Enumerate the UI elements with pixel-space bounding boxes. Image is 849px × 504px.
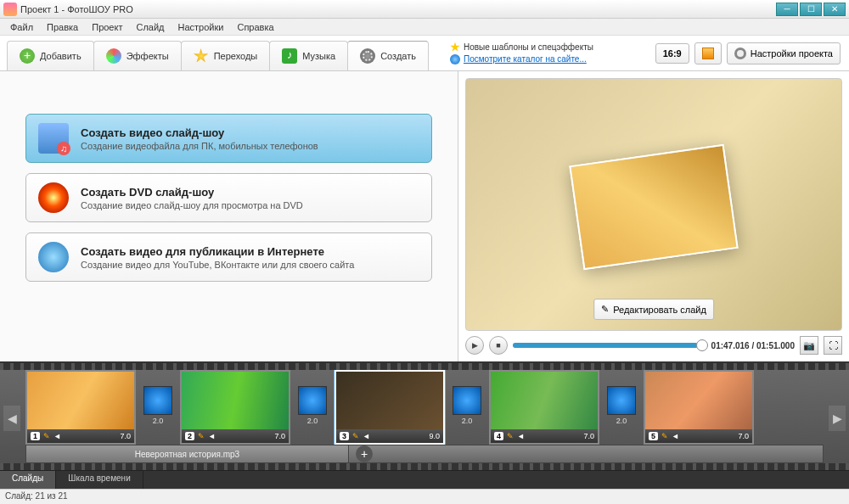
catalog-link[interactable]: Посмотрите каталог на сайте... bbox=[464, 54, 587, 64]
edit-icon[interactable]: ✎ bbox=[661, 432, 668, 440]
stop-button[interactable]: ■ bbox=[489, 336, 508, 355]
star-icon bbox=[450, 42, 460, 53]
film-strip-top bbox=[0, 363, 849, 370]
timeline-prev-button[interactable]: ◀ bbox=[3, 406, 20, 431]
theme-icon bbox=[702, 48, 714, 59]
slide-duration: 9.0 bbox=[429, 432, 440, 440]
tab-label: Переходы bbox=[214, 51, 258, 61]
tab-add[interactable]: Добавить bbox=[7, 41, 94, 70]
transition-thumb[interactable]: 2.0 bbox=[297, 386, 328, 428]
edit-icon[interactable]: ✎ bbox=[507, 432, 514, 440]
menu-Справка[interactable]: Справка bbox=[230, 20, 280, 34]
slide-bar: 3✎◄9.0 bbox=[336, 429, 443, 443]
notice-templates: Новые шаблоны и спецэффекты bbox=[464, 42, 593, 52]
transition-thumb[interactable]: 2.0 bbox=[452, 386, 482, 428]
option-dvd[interactable]: Создать DVD слайд-шоуСоздание видео слай… bbox=[25, 173, 432, 222]
main-area: Создать видео слайд-шоуСоздание видеофай… bbox=[0, 71, 849, 361]
project-settings-button[interactable]: Настройки проекта bbox=[727, 42, 841, 64]
slide-thumb[interactable]: 2✎◄7.0 bbox=[180, 370, 290, 445]
create-icon bbox=[360, 48, 375, 64]
option-video[interactable]: Создать видео слайд-шоуСоздание видеофай… bbox=[25, 114, 432, 163]
slide-thumb[interactable]: 3✎◄9.0 bbox=[335, 370, 445, 445]
sound-icon: ◄ bbox=[53, 432, 61, 440]
theme-button[interactable] bbox=[694, 42, 722, 64]
menu-Файл[interactable]: Файл bbox=[3, 20, 40, 34]
menu-Проект[interactable]: Проект bbox=[85, 20, 129, 34]
option-text: Создать DVD слайд-шоуСоздание видео слай… bbox=[81, 186, 303, 210]
transition-icon bbox=[453, 386, 481, 415]
view-tab-0[interactable]: Слайды bbox=[0, 471, 56, 489]
close-button[interactable]: ✕ bbox=[824, 3, 846, 16]
slide-image bbox=[182, 372, 289, 429]
slide-thumb[interactable]: 1✎◄7.0 bbox=[25, 370, 136, 445]
edit-icon[interactable]: ✎ bbox=[43, 432, 50, 440]
titlebar: Проект 1 - ФотоШОУ PRO ─ ☐ ✕ bbox=[0, 0, 849, 19]
slide-number: 3 bbox=[340, 432, 349, 440]
tab-label: Добавить bbox=[40, 51, 82, 61]
option-text: Создать видео для публикации в Интернете… bbox=[81, 245, 354, 270]
edit-slide-label: Редактировать слайд bbox=[613, 305, 706, 315]
menu-Слайд[interactable]: Слайд bbox=[129, 20, 171, 34]
tab-star[interactable]: Переходы bbox=[181, 41, 271, 70]
slide-image bbox=[336, 372, 443, 429]
snapshot-button[interactable]: 📷 bbox=[800, 336, 818, 355]
aspect-ratio-button[interactable]: 16:9 bbox=[655, 43, 689, 64]
transition-duration: 2.0 bbox=[307, 417, 318, 425]
slide-image bbox=[645, 372, 752, 429]
web-icon bbox=[38, 242, 69, 272]
view-tab-1[interactable]: Шкала времени bbox=[56, 471, 143, 489]
slide-bar: 1✎◄7.0 bbox=[27, 429, 134, 443]
right-toolbar: Новые шаблоны и спецэффекты Посмотрите к… bbox=[435, 36, 849, 70]
maximize-button[interactable]: ☐ bbox=[800, 3, 822, 16]
sound-icon: ◄ bbox=[517, 432, 525, 440]
add-audio-button[interactable]: + bbox=[356, 445, 373, 462]
playback-controls: ▶ ■ 01:47.016 / 01:51.000 📷 ⛶ bbox=[465, 331, 842, 355]
edit-slide-button[interactable]: ✎ Редактировать слайд bbox=[593, 299, 714, 320]
sound-icon: ◄ bbox=[363, 432, 370, 440]
edit-icon[interactable]: ✎ bbox=[198, 432, 205, 440]
tab-music[interactable]: Музыка bbox=[269, 41, 348, 70]
gear-icon bbox=[734, 48, 746, 59]
tab-fx[interactable]: Эффекты bbox=[93, 41, 182, 70]
music-icon bbox=[282, 48, 297, 64]
edit-icon[interactable]: ✎ bbox=[352, 432, 359, 440]
tab-create[interactable]: Создать bbox=[347, 41, 429, 70]
window-controls: ─ ☐ ✕ bbox=[776, 3, 846, 16]
menu-Настройки[interactable]: Настройки bbox=[171, 20, 231, 34]
settings-label: Настройки проекта bbox=[751, 48, 833, 59]
star-icon bbox=[194, 48, 209, 64]
sound-icon: ◄ bbox=[208, 432, 216, 440]
transition-duration: 2.0 bbox=[462, 417, 473, 425]
create-panel: Создать видео слайд-шоуСоздание видеофай… bbox=[0, 71, 458, 361]
app-icon bbox=[3, 3, 17, 16]
slide-duration: 7.0 bbox=[583, 432, 594, 440]
slide-duration: 7.0 bbox=[120, 432, 131, 440]
slide-number: 2 bbox=[185, 432, 194, 440]
add-icon bbox=[20, 48, 35, 64]
transition-thumb[interactable]: 2.0 bbox=[606, 386, 637, 428]
audio-file[interactable]: Невероятная история.mp3 bbox=[26, 445, 349, 462]
transition-thumb[interactable]: 2.0 bbox=[143, 386, 173, 428]
option-web[interactable]: Создать видео для публикации в Интернете… bbox=[25, 232, 432, 282]
menu-Правка[interactable]: Правка bbox=[40, 20, 85, 34]
play-button[interactable]: ▶ bbox=[465, 336, 484, 355]
slide-number: 1 bbox=[31, 432, 40, 440]
slide-thumb[interactable]: 5✎◄7.0 bbox=[644, 370, 754, 445]
tab-label: Музыка bbox=[302, 51, 335, 61]
globe-icon bbox=[450, 54, 460, 64]
menubar: ФайлПравкаПроектСлайдНастройкиСправка bbox=[0, 19, 849, 36]
slides-row: 1✎◄7.02.02✎◄7.02.03✎◄9.02.04✎◄7.02.05✎◄7… bbox=[0, 370, 849, 445]
slide-thumb[interactable]: 4✎◄7.0 bbox=[489, 370, 599, 445]
progress-bar[interactable] bbox=[513, 343, 706, 348]
slide-duration: 7.0 bbox=[738, 432, 749, 440]
preview-canvas[interactable]: ✎ Редактировать слайд bbox=[465, 78, 842, 331]
minimize-button[interactable]: ─ bbox=[776, 3, 798, 16]
fx-icon bbox=[106, 48, 121, 64]
option-text: Создать видео слайд-шоуСоздание видеофай… bbox=[81, 126, 318, 151]
toolbar: ДобавитьЭффектыПереходыМузыкаСоздать Нов… bbox=[0, 36, 849, 71]
audio-track: Невероятная история.mp3 + bbox=[25, 445, 824, 463]
time-display: 01:47.016 / 01:51.000 bbox=[711, 341, 795, 350]
fullscreen-button[interactable]: ⛶ bbox=[824, 336, 842, 355]
timeline-next-button[interactable]: ▶ bbox=[829, 406, 846, 431]
preview-panel: ✎ Редактировать слайд ▶ ■ 01:47.016 / 01… bbox=[458, 71, 849, 361]
